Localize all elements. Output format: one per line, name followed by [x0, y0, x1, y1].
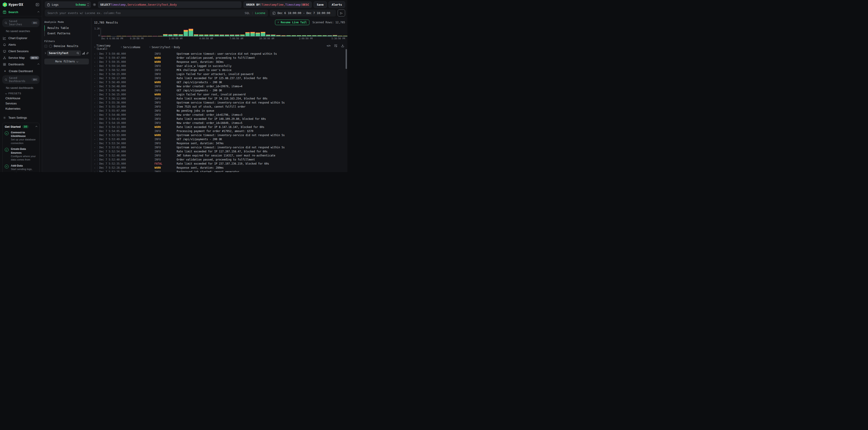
column-header-servicename[interactable]: ⠿ServiceName — [121, 46, 149, 49]
table-row[interactable]: ›Dec 7 5:58:52.000 PMINFOMFA challenge s… — [94, 68, 347, 72]
preset-kubernetes[interactable]: Kubernetes — [0, 106, 42, 111]
table-row[interactable]: ›Dec 7 5:55:07.000 PMINFONo pending jobs… — [94, 109, 347, 113]
chevron-up-icon[interactable] — [35, 126, 37, 128]
run-query-button[interactable]: ▷ — [338, 9, 345, 16]
expand-row-icon[interactable]: › — [94, 142, 97, 145]
histogram-bar[interactable] — [261, 32, 265, 36]
table-row[interactable]: ›Dec 7 5:52:40.000 PMINFOOrder validatio… — [94, 158, 347, 162]
expand-row-icon[interactable]: › — [94, 138, 97, 141]
download-icon[interactable] — [341, 44, 344, 47]
expand-row-icon[interactable]: › — [94, 69, 97, 71]
sidebar-item-alerts[interactable]: Alerts — [0, 41, 42, 48]
table-row[interactable]: ›Dec 7 5:58:17.000 PMINFORate limit exce… — [94, 76, 347, 80]
more-filters-button[interactable]: More filters — [44, 59, 89, 64]
column-header-timestamp-local-[interactable]: ⠿Timestamp (Local) — [94, 44, 121, 51]
get-started-item[interactable]: Add Data Start sending logs, metrics, or… — [5, 164, 37, 172]
drag-handle-icon[interactable]: ⠿ — [121, 46, 122, 48]
collapse-sidebar-icon[interactable] — [36, 3, 39, 6]
facet-search-input[interactable]: SeverityText — [47, 51, 81, 56]
expand-row-icon[interactable]: › — [94, 150, 97, 153]
table-row[interactable]: ›Dec 7 5:56:48.000 PMINFONew order creat… — [94, 84, 347, 89]
table-row[interactable]: ›Dec 7 5:56:49.000 PMWARNGET /api/v1/pro… — [94, 80, 347, 84]
sidebar-item-service-map[interactable]: Service Map BETA — [0, 55, 42, 61]
expand-row-icon[interactable]: › — [94, 134, 97, 137]
histogram-bar[interactable] — [189, 29, 193, 36]
select-query-input[interactable]: SELECT Timestamp ,ServiceName,SeverityTe… — [98, 1, 242, 8]
table-row[interactable]: ›Dec 7 5:58:23.000 PMINFOLogin failed fo… — [94, 72, 347, 76]
denoise-results-toggle[interactable]: Denoise Results — [44, 44, 89, 48]
expand-row-icon[interactable]: › — [94, 159, 97, 161]
expand-row-icon[interactable]: › — [94, 73, 97, 75]
expand-row-icon[interactable]: › — [94, 118, 97, 120]
expand-row-icon[interactable]: › — [94, 122, 97, 124]
expand-row-icon[interactable]: › — [94, 61, 97, 63]
table-row[interactable]: ›Dec 7 5:53:49.000 PMINFOGET /api/v1/pay… — [94, 137, 347, 141]
table-row[interactable]: ›Dec 7 5:54:13.000 PMWARNRate limit exce… — [94, 125, 347, 129]
expand-row-icon[interactable]: › — [94, 155, 97, 157]
preset-services[interactable]: Services — [0, 101, 42, 106]
denoise-checkbox[interactable] — [44, 45, 47, 48]
table-row[interactable]: ›Dec 7 5:56:46.000 PMINFOGET /api/v1/pay… — [94, 89, 347, 93]
saved-dashboards-input[interactable]: Saved Dashboards ⌘K — [2, 75, 39, 84]
table-row[interactable]: ›Dec 7 5:54:19.000 PMINFONew order creat… — [94, 121, 347, 125]
wrap-lines-icon[interactable] — [334, 44, 337, 47]
table-row[interactable]: ›Dec 7 5:54:43.000 PMINFORate limit exce… — [94, 117, 347, 121]
expand-row-icon[interactable]: › — [94, 53, 97, 55]
mode-results-table[interactable]: Results Table — [44, 25, 89, 31]
expand-row-icon[interactable]: › — [94, 110, 97, 112]
drag-handle-icon[interactable]: ⠿ — [149, 46, 151, 48]
preset-clickhouse[interactable]: ClickHouse — [0, 96, 42, 101]
facet-chart-icon[interactable] — [82, 52, 85, 55]
table-row[interactable]: ›Dec 7 5:52:46.000 PMINFOJWT token expir… — [94, 154, 347, 158]
sql-toggle[interactable]: SQL — [245, 11, 250, 15]
get-started-item[interactable]: Create Data Sources Configure where your… — [5, 147, 37, 161]
table-row[interactable]: ›Dec 7 5:52:25.000 PMINFOBackground job … — [94, 170, 347, 172]
sidebar-item-team-settings[interactable]: Team Settings — [0, 114, 42, 121]
table-scrollbar[interactable] — [346, 49, 347, 69]
table-row[interactable]: ›Dec 7 5:53:53.000 PMWARNUpstream servic… — [94, 133, 347, 137]
histogram-bar[interactable] — [250, 32, 255, 36]
table-row[interactable]: ›Dec 7 5:55:19.000 PMINFOItem 7525 out o… — [94, 105, 347, 109]
sidebar-item-client-sessions[interactable]: Client Sessions — [0, 48, 42, 55]
expand-row-icon[interactable]: › — [94, 163, 97, 165]
histogram-bar[interactable] — [184, 30, 188, 36]
table-row[interactable]: ›Dec 7 5:56:12.000 PMINFORate limit exce… — [94, 97, 347, 101]
histogram-bar[interactable] — [255, 33, 260, 36]
table-row[interactable]: ›Dec 7 5:52:28.000 PMWARNResponse sent, … — [94, 166, 347, 170]
chevron-right-icon[interactable] — [44, 52, 46, 54]
column-header-severitytext[interactable]: ⠿SeverityText — [149, 46, 172, 49]
expand-row-icon[interactable]: › — [94, 167, 97, 169]
presets-header[interactable]: PRESETS — [0, 91, 42, 96]
alerts-button[interactable]: Alerts — [329, 1, 345, 8]
get-started-item[interactable]: Connect to ClickHouse Set up your databa… — [5, 131, 37, 145]
table-row[interactable]: ›Dec 7 5:53:34.000 PMINFOResponse sent, … — [94, 141, 347, 145]
table-row[interactable]: ›Dec 7 5:55:38.000 PMINFOUpstream servic… — [94, 101, 347, 105]
table-row[interactable]: ›Dec 7 5:54:48.000 PMINFONew order creat… — [94, 113, 347, 117]
expand-row-icon[interactable]: › — [94, 101, 97, 104]
sidebar-item-search[interactable]: Search — [0, 9, 42, 15]
drag-handle-icon[interactable]: ⠿ — [94, 46, 95, 48]
date-range-picker[interactable]: Dec 6 18:00:00 - Dec 7 18:00:00 — [270, 9, 336, 16]
query-settings-gear-icon[interactable] — [93, 3, 96, 6]
event-search-input[interactable]: Search your events w/ Lucene ex. column:… — [45, 9, 268, 16]
table-row[interactable]: ›Dec 7 5:56:15.000 PMWARNLogin failed fo… — [94, 93, 347, 97]
table-row[interactable]: ›Dec 7 5:59:14.000 PMINFOUser alice_w lo… — [94, 64, 347, 68]
sidebar-item-chart-explorer[interactable]: Chart Explorer — [0, 35, 42, 41]
table-row[interactable]: ›Dec 7 5:59:47.000 PMWARNOrder validatio… — [94, 56, 347, 60]
expand-row-icon[interactable]: › — [94, 93, 97, 96]
drag-handle-icon[interactable]: ⠿ — [172, 46, 173, 48]
table-row[interactable]: ›Dec 7 5:53:02.000 PMINFOUpstream servic… — [94, 145, 347, 150]
resume-live-tail-button[interactable]: ⚡ Resume Live Tail — [275, 20, 309, 25]
table-row[interactable]: ›Dec 7 5:52:35.000 PMFATALRate limit exc… — [94, 162, 347, 166]
expand-row-icon[interactable]: › — [94, 126, 97, 128]
histogram-plot[interactable]: Dec 6 6:00:00 PM9:30:00 PM1:00:00 AM4:00… — [101, 28, 347, 40]
expand-row-icon[interactable]: › — [94, 65, 97, 67]
expand-row-icon[interactable]: › — [94, 89, 97, 92]
table-row[interactable]: ›Dec 7 5:59:35.000 PMWARNResponse sent, … — [94, 60, 347, 64]
order-by-control[interactable]: ORDER BY ( TimestampTime, Timestamp ) DE… — [243, 1, 312, 8]
sidebar-item-dashboards[interactable]: Dashboards — [0, 61, 42, 68]
column-header-body[interactable]: ⠿Body — [172, 46, 180, 49]
expand-row-icon[interactable]: › — [94, 130, 97, 132]
table-row[interactable]: ›Dec 7 5:52:54.000 PMINFORate limit exce… — [94, 150, 347, 154]
histogram-bar[interactable] — [245, 32, 250, 36]
